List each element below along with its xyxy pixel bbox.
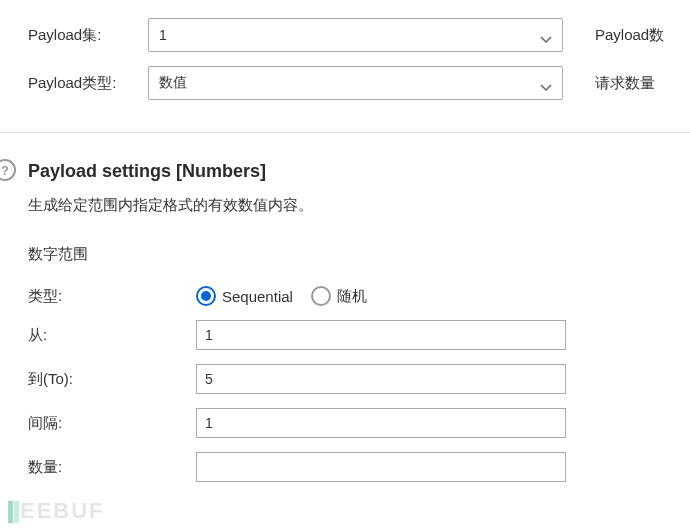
step-row: 间隔:	[28, 408, 690, 438]
chevron-down-icon	[540, 31, 552, 39]
type-radio-group: Sequential 随机	[196, 286, 367, 306]
top-config-section: Payload集: 1 Payload数 Payload类型: 数值 请求数量	[0, 0, 690, 132]
payload-count-label: Payload数	[595, 26, 664, 45]
chevron-down-icon	[540, 79, 552, 87]
payload-set-select[interactable]: 1	[148, 18, 563, 52]
payload-set-row: Payload集: 1 Payload数	[28, 18, 690, 52]
payload-type-value: 数值	[159, 74, 187, 92]
step-input[interactable]	[196, 408, 566, 438]
payload-type-select[interactable]: 数值	[148, 66, 563, 100]
watermark: EEBUF	[8, 498, 105, 524]
to-label: 到(To):	[28, 370, 196, 389]
section-title: Payload settings [Numbers]	[28, 161, 690, 182]
payload-type-row: Payload类型: 数值 请求数量	[28, 66, 690, 100]
radio-icon	[196, 286, 216, 306]
help-icon[interactable]: ?	[0, 159, 16, 181]
to-row: 到(To):	[28, 364, 690, 394]
to-input[interactable]	[196, 364, 566, 394]
radio-icon	[311, 286, 331, 306]
request-count-label: 请求数量	[595, 74, 655, 93]
payload-set-label: Payload集:	[28, 26, 148, 45]
step-label: 间隔:	[28, 414, 196, 433]
number-range-title: 数字范围	[28, 245, 690, 264]
radio-random[interactable]: 随机	[311, 286, 367, 306]
from-label: 从:	[28, 326, 196, 345]
from-row: 从:	[28, 320, 690, 350]
payload-set-value: 1	[159, 27, 167, 43]
section-desc: 生成给定范围内指定格式的有效数值内容。	[28, 196, 690, 215]
radio-random-label: 随机	[337, 287, 367, 306]
radio-sequential[interactable]: Sequential	[196, 286, 293, 306]
radio-sequential-label: Sequential	[222, 288, 293, 305]
type-label: 类型:	[28, 287, 196, 306]
count-label: 数量:	[28, 458, 196, 477]
count-input[interactable]	[196, 452, 566, 482]
type-row: 类型: Sequential 随机	[28, 286, 690, 306]
payload-settings-section: ? Payload settings [Numbers] 生成给定范围内指定格式…	[0, 133, 690, 482]
count-row: 数量:	[28, 452, 690, 482]
from-input[interactable]	[196, 320, 566, 350]
payload-type-label: Payload类型:	[28, 74, 148, 93]
